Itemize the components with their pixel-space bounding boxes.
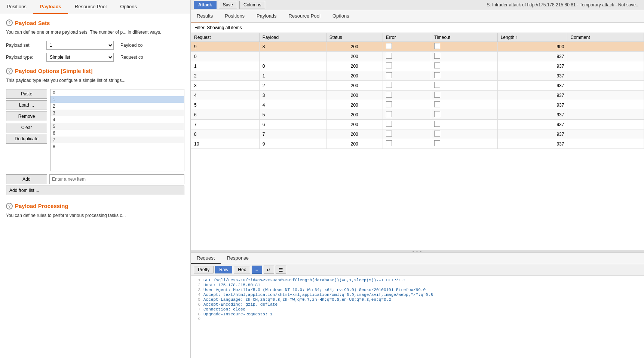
attack-button[interactable]: Attack — [194, 1, 217, 9]
tab-resource-pool[interactable]: Resource Pool — [283, 10, 326, 22]
col-error[interactable]: Error — [383, 33, 431, 42]
table-row[interactable]: 98200900 — [191, 42, 644, 52]
results-table: Request Payload Status Error Timeout Len… — [191, 33, 644, 250]
request-line: 1GET /sqli/Less-10/?id=1%22%20and%20if(l… — [194, 278, 640, 282]
list-item[interactable]: 2 — [50, 103, 184, 110]
format-icon-more[interactable]: ☰ — [276, 266, 286, 274]
request-line: 4Accept: text/html,application/xhtml+xml… — [194, 293, 640, 297]
request-line: 3User-Agent: Mozilla/5.0 (Windows NT 10.… — [194, 288, 640, 292]
request-line: 8Upgrade-Insecure-Requests: 1 — [194, 312, 640, 316]
right-panel: Attack Save Columns S: Intruder attack o… — [191, 0, 644, 358]
payload-processing-desc: You can define rules to perform various … — [6, 212, 184, 219]
list-item[interactable]: 5 — [50, 123, 184, 130]
tab-request[interactable]: Request — [191, 253, 221, 264]
payload-processing-title: Payload Processing — [15, 203, 68, 209]
col-request[interactable]: Request — [191, 33, 260, 42]
left-panel: Positions Payloads Resource Pool Options… — [0, 0, 191, 358]
line-text: Accept-Language: zh-CN,zh;q=0.8,zh-TW;q=… — [203, 297, 640, 302]
payload-list-area: Paste Load ... Remove Clear Deduplicate … — [6, 89, 184, 171]
line-text: Connection: close — [203, 307, 640, 312]
add-from-list-button[interactable]: Add from list ... — [6, 186, 184, 195]
payload-options-title: Payload Options [Simple list] — [15, 68, 93, 74]
save-button[interactable]: Save — [219, 1, 237, 9]
remove-button[interactable]: Remove — [6, 111, 47, 121]
col-timeout[interactable]: Timeout — [431, 33, 497, 42]
payload-sets-help-icon[interactable]: ? — [6, 19, 13, 26]
line-text: Upgrade-Insecure-Requests: 1 — [203, 312, 640, 316]
table-row[interactable]: 10200937 — [191, 61, 644, 71]
load-button[interactable]: Load ... — [6, 100, 47, 110]
line-number: 8 — [194, 312, 200, 316]
payload-type-label: Payload type: — [6, 55, 43, 60]
table-row[interactable]: 109200937 — [191, 139, 644, 149]
line-text: Accept: text/html,application/xhtml+xml,… — [203, 293, 640, 297]
clear-button[interactable]: Clear — [6, 123, 47, 132]
list-item[interactable]: 3 — [50, 110, 184, 116]
list-item[interactable]: 0 — [50, 89, 184, 96]
col-payload[interactable]: Payload — [259, 33, 326, 42]
table-row[interactable]: 54200937 — [191, 100, 644, 110]
list-item[interactable]: 1 — [50, 96, 184, 103]
col-status[interactable]: Status — [326, 33, 383, 42]
add-button[interactable]: Add — [6, 174, 47, 184]
format-bar: Pretty Raw Hex ≡ ↵ ☰ — [191, 264, 644, 276]
tab-options[interactable]: Options — [113, 0, 144, 14]
payload-set-label: Payload set: — [6, 43, 43, 48]
tab-response[interactable]: Response — [221, 253, 255, 264]
table-row[interactable]: 32200937 — [191, 81, 644, 91]
list-item[interactable]: 8 — [50, 143, 184, 150]
line-number: 2 — [194, 283, 200, 287]
paste-button[interactable]: Paste — [6, 89, 47, 99]
window-title: S: Intruder attack of http://175.178.215… — [267, 2, 641, 7]
line-number: 7 — [194, 307, 200, 312]
format-icon-list[interactable]: ≡ — [252, 266, 262, 274]
tab-positions[interactable]: Positions — [219, 10, 251, 22]
table-row[interactable]: 87200937 — [191, 129, 644, 139]
tab-payloads[interactable]: Payloads — [33, 0, 68, 14]
bottom-panel: Request Response Pretty Raw Hex ≡ ↵ ☰ 1G… — [191, 253, 644, 358]
right-tabs: Results Positions Payloads Resource Pool… — [191, 10, 644, 23]
col-length[interactable]: Length ↑ — [497, 33, 567, 42]
payload-options-section: ? Payload Options [Simple list] This pay… — [6, 68, 184, 195]
tab-resource-pool[interactable]: Resource Pool — [68, 0, 113, 14]
payload-processing-help-icon[interactable]: ? — [6, 203, 13, 209]
table-row[interactable]: 65200937 — [191, 110, 644, 120]
payload-type-select[interactable]: Simple list Runtime file Custom iterator — [46, 53, 114, 62]
col-comment[interactable]: Comment — [567, 33, 644, 42]
list-item[interactable]: 4 — [50, 116, 184, 123]
hex-button[interactable]: Hex — [234, 266, 250, 273]
line-number: 9 — [194, 317, 200, 321]
table-row[interactable]: 0200937 — [191, 52, 644, 61]
payload-sets-title: Payload Sets — [15, 20, 50, 26]
add-item-row: Add — [6, 174, 184, 184]
tab-results[interactable]: Results — [191, 10, 219, 22]
payload-set-select[interactable]: 1 2 — [46, 41, 114, 50]
request-line: 9 — [194, 317, 640, 321]
add-item-input[interactable] — [49, 174, 184, 184]
tab-positions[interactable]: Positions — [0, 0, 33, 14]
payload-list[interactable]: 0 1 2 3 4 5 6 7 8 — [50, 89, 184, 171]
raw-button[interactable]: Raw — [215, 266, 232, 273]
payload-count-label: Payload co — [120, 43, 142, 48]
list-item[interactable]: 7 — [50, 137, 184, 143]
request-line: 7Connection: close — [194, 307, 640, 312]
payload-sets-header: ? Payload Sets — [6, 19, 184, 26]
panel-divider[interactable]: • • • — [191, 250, 644, 253]
pretty-button[interactable]: Pretty — [194, 266, 214, 273]
tab-payloads[interactable]: Payloads — [251, 10, 282, 22]
payload-sets-desc: You can define one or more payload sets.… — [6, 29, 184, 36]
left-top-nav: Positions Payloads Resource Pool Options — [0, 0, 190, 14]
tab-options[interactable]: Options — [326, 10, 355, 22]
bottom-tabs: Request Response — [191, 253, 644, 264]
table-row[interactable]: 21200937 — [191, 71, 644, 81]
line-text: Host: 175.178.215.80:81 — [203, 283, 640, 287]
payload-type-row: Payload type: Simple list Runtime file C… — [6, 53, 184, 62]
deduplicate-button[interactable]: Deduplicate — [6, 134, 47, 144]
list-item[interactable]: 6 — [50, 130, 184, 137]
format-icon-wrap[interactable]: ↵ — [264, 266, 274, 274]
payload-options-help-icon[interactable]: ? — [6, 68, 13, 74]
table-row[interactable]: 76200937 — [191, 120, 644, 129]
columns-button[interactable]: Columns — [239, 1, 265, 9]
request-line: 5Accept-Language: zh-CN,zh;q=0.8,zh-TW;q… — [194, 297, 640, 302]
table-row[interactable]: 43200937 — [191, 91, 644, 100]
